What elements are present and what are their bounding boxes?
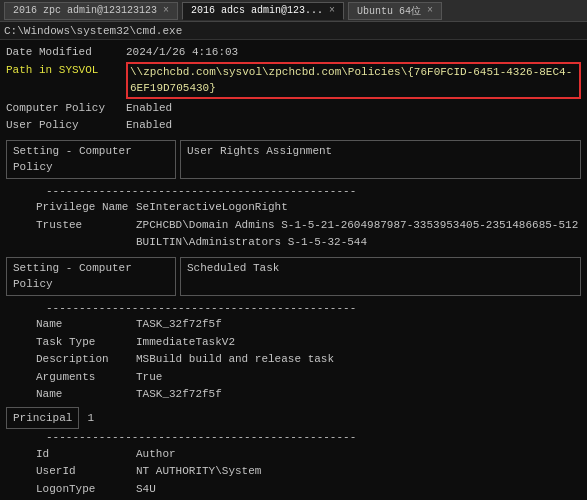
principal-rows: Id Author UserId NT AUTHORITY\System Log…	[36, 446, 581, 501]
computer-policy-value: Enabled	[126, 100, 581, 117]
date-modified-label: Date Modified	[6, 44, 126, 61]
section2-row-4: Name TASK_32f72f5f	[36, 386, 581, 403]
id-value: Author	[136, 446, 581, 463]
date-modified-row: Date Modified 2024/1/26 4:16:03	[6, 44, 581, 61]
section1-rows: Privilege Name SeInteractiveLogonRight T…	[36, 199, 581, 251]
name2-value: TASK_32f72f5f	[136, 386, 581, 403]
section2-left-header: Setting - Computer Policy	[6, 257, 176, 296]
section2-container: Setting - Computer Policy Scheduled Task…	[6, 257, 581, 403]
section2-right-header: Scheduled Task	[180, 257, 581, 296]
principal-row-1: UserId NT AUTHORITY\System	[36, 463, 581, 480]
principal-header-row: Principal 1	[6, 407, 581, 430]
userid-value: NT AUTHORITY\System	[136, 463, 581, 480]
userid-label: UserId	[36, 463, 136, 480]
trustee2-label	[36, 234, 136, 251]
name1-value: TASK_32f72f5f	[136, 316, 581, 333]
user-policy-label: User Policy	[6, 117, 126, 134]
tab-adcs-close[interactable]: ×	[329, 5, 335, 16]
date-modified-value: 2024/1/26 4:16:03	[126, 44, 581, 61]
name2-label: Name	[36, 386, 136, 403]
tab-ubuntu[interactable]: Ubuntu 64位 ×	[348, 2, 442, 20]
principal-row-2: LogonType S4U	[36, 481, 581, 498]
id-label: Id	[36, 446, 136, 463]
section1-divider: ----------------------------------------…	[6, 183, 581, 200]
tab-zpc[interactable]: 2016 zpc admin@123123123 ×	[4, 2, 178, 20]
address-path: C:\Windows\system32\cmd.exe	[4, 25, 182, 37]
taskbar: 2016 zpc admin@123123123 × 2016 adcs adm…	[0, 0, 587, 22]
name1-label: Name	[36, 316, 136, 333]
user-policy-value: Enabled	[126, 117, 581, 134]
trustee2-value: BUILTIN\Administrators S-1-5-32-544	[136, 234, 581, 251]
principal-section: Principal 1 ----------------------------…	[6, 407, 581, 501]
section2-rows: Name TASK_32f72f5f Task Type ImmediateTa…	[36, 316, 581, 403]
section2-row-1: Task Type ImmediateTaskV2	[36, 334, 581, 351]
arguments-label: Arguments	[36, 369, 136, 386]
computer-policy-label: Computer Policy	[6, 100, 126, 117]
main-content: Date Modified 2024/1/26 4:16:03 Path in …	[0, 40, 587, 500]
path-value: \\zpchcbd.com\sysvol\zpchcbd.com\Policie…	[126, 62, 581, 99]
section1-header-row: Setting - Computer Policy User Rights As…	[6, 140, 581, 179]
privilege-name-value: SeInteractiveLogonRight	[136, 199, 581, 216]
task-type-value: ImmediateTaskV2	[136, 334, 581, 351]
section2-row-2: Description MSBuild build and release ta…	[36, 351, 581, 368]
description-label: Description	[36, 351, 136, 368]
tab-zpc-label: 2016 zpc admin@123123123	[13, 5, 157, 16]
path-row: Path in SYSVOL \\zpchcbd.com\sysvol\zpch…	[6, 62, 581, 99]
description-value: MSBuild build and release task	[136, 351, 581, 368]
principal-num: 1	[87, 410, 94, 427]
trustee-value: ZPCHCBD\Domain Admins S-1-5-21-260498798…	[136, 217, 581, 234]
tab-zpc-close[interactable]: ×	[163, 5, 169, 16]
path-value-highlighted: \\zpchcbd.com\sysvol\zpchcbd.com\Policie…	[126, 62, 581, 99]
tab-ubuntu-label: Ubuntu 64位	[357, 4, 421, 18]
path-label: Path in SYSVOL	[6, 62, 126, 99]
task-type-label: Task Type	[36, 334, 136, 351]
arguments-value: True	[136, 369, 581, 386]
section2-row-0: Name TASK_32f72f5f	[36, 316, 581, 333]
principal-row-0: Id Author	[36, 446, 581, 463]
logontype-value: S4U	[136, 481, 581, 498]
section1-left-header: Setting - Computer Policy	[6, 140, 176, 179]
section2-row-3: Arguments True	[36, 369, 581, 386]
section2-header-row: Setting - Computer Policy Scheduled Task	[6, 257, 581, 296]
section1-row-0: Privilege Name SeInteractiveLogonRight	[36, 199, 581, 216]
user-policy-row: User Policy Enabled	[6, 117, 581, 134]
privilege-name-label: Privilege Name	[36, 199, 136, 216]
section2-divider: ----------------------------------------…	[6, 300, 581, 317]
principal-divider: ----------------------------------------…	[6, 429, 581, 446]
tab-adcs-label: 2016 adcs admin@123...	[191, 5, 323, 16]
address-bar: C:\Windows\system32\cmd.exe	[0, 22, 587, 40]
section1-row-1: Trustee ZPCHCBD\Domain Admins S-1-5-21-2…	[36, 217, 581, 234]
tab-adcs[interactable]: 2016 adcs admin@123... ×	[182, 2, 344, 20]
section1-container: Setting - Computer Policy User Rights As…	[6, 140, 581, 251]
computer-policy-row: Computer Policy Enabled	[6, 100, 581, 117]
principal-header: Principal	[6, 407, 79, 430]
tab-ubuntu-close[interactable]: ×	[427, 5, 433, 16]
section1-right-header: User Rights Assignment	[180, 140, 581, 179]
logontype-label: LogonType	[36, 481, 136, 498]
section1-row-2: BUILTIN\Administrators S-1-5-32-544	[36, 234, 581, 251]
trustee-label: Trustee	[36, 217, 136, 234]
